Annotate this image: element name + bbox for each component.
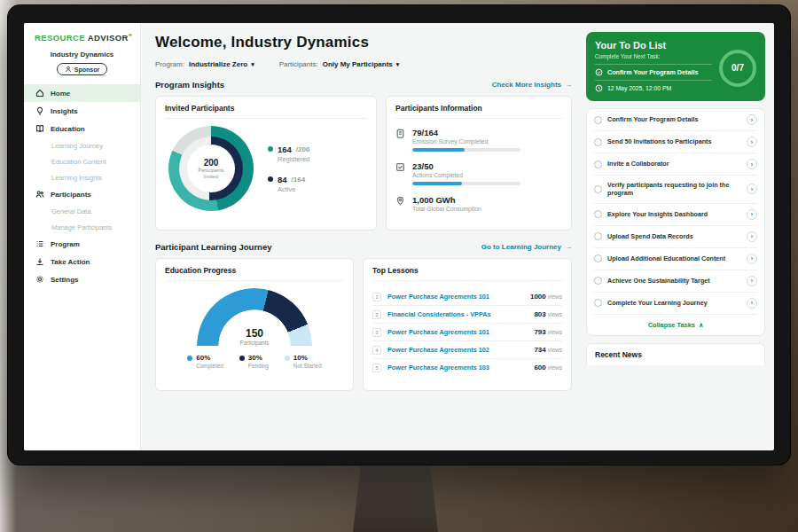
sidebar-item-education[interactable]: Education	[24, 120, 140, 137]
invited-participants-card: Invited Participants 200 Participants In…	[155, 96, 377, 231]
task-row[interactable]: Upload Spend Data Records ›	[594, 226, 757, 248]
arrow-right-icon: →	[565, 81, 572, 89]
task-checkbox[interactable]	[594, 254, 602, 262]
chevron-right-icon[interactable]: ›	[747, 254, 757, 264]
task-checkbox[interactable]	[594, 185, 602, 193]
sidebar-item-take-action[interactable]: Take Action	[24, 253, 140, 270]
learning-cards-row: Education Progress 150 Participants 60% …	[155, 258, 572, 391]
lesson-title-link[interactable]: Power Purchase Agreements 101	[387, 293, 524, 301]
chevron-right-icon[interactable]: ›	[747, 298, 757, 309]
task-row[interactable]: Explore Your Insights Dashboard ›	[594, 204, 757, 226]
sidebar-item-learning-insights[interactable]: Learning Insights	[24, 169, 140, 185]
sidebar-item-participants[interactable]: Participants	[24, 185, 140, 203]
legend-label: Not Started	[293, 363, 322, 369]
nav-label: Education	[51, 125, 85, 133]
task-row[interactable]: Invite a Collaborator ›	[594, 153, 757, 176]
card-title: Education Progress	[165, 266, 344, 281]
participants-filter[interactable]: Only My Participants ▾	[323, 60, 400, 68]
arrow-right-icon: →	[565, 243, 572, 251]
legend-item-registered: 164/200 Registered	[268, 145, 309, 163]
task-row[interactable]: Send 50 Invitations to Participants ›	[594, 131, 757, 153]
sidebar-item-manage-participants[interactable]: Manage Participants	[24, 219, 140, 235]
stat-value: 1,000 GWh	[412, 195, 481, 205]
todo-progress-ring: 0/7	[719, 50, 756, 87]
sponsor-badge[interactable]: Sponsor	[57, 63, 107, 75]
sidebar-item-education-content[interactable]: Education Content	[24, 153, 140, 169]
lesson-views: 734views	[534, 346, 562, 354]
sidebar-item-home[interactable]: Home	[24, 84, 140, 102]
task-label: Confirm Your Program Details	[607, 115, 741, 123]
lesson-row: 3 Power Purchase Agreements 101 793views	[372, 324, 562, 341]
lesson-title-link[interactable]: Financial Considerations - VPPAs	[387, 310, 528, 318]
task-row[interactable]: Complete Your Learning Journey ›	[594, 293, 757, 315]
todo-due: 12 May 2025, 12:00 PM	[607, 85, 671, 91]
legend-pct: 30%	[248, 354, 262, 362]
lesson-rank: 4	[372, 346, 381, 355]
legend-total: /164	[292, 176, 306, 184]
task-checkbox[interactable]	[594, 299, 602, 307]
task-row[interactable]: Verify participants requesting to join t…	[594, 176, 757, 204]
page-title: Welcome, Industry Dynamics	[155, 34, 572, 51]
task-row[interactable]: Upload Additional Educational Content ›	[594, 248, 757, 270]
collapse-label: Collapse Tasks	[648, 321, 695, 329]
sidebar-item-general-data[interactable]: General Data	[24, 203, 140, 219]
task-label: Invite a Collaborator	[607, 160, 741, 168]
stat-label: Total Global Consumption	[412, 206, 481, 212]
lesson-rank: 2	[372, 310, 381, 319]
next-task-row[interactable]: Confirm Your Program Details	[595, 64, 712, 80]
nav-label: Home	[51, 90, 70, 98]
chevron-right-icon[interactable]: ›	[747, 137, 757, 147]
task-checkbox[interactable]	[594, 116, 602, 124]
participants-information-card: Participants Information 79/164 Emission…	[386, 96, 572, 231]
sponsor-label: Sponsor	[74, 66, 99, 73]
sidebar-item-settings[interactable]: Settings	[24, 270, 140, 288]
chevron-right-icon[interactable]: ›	[747, 159, 757, 169]
task-checkbox[interactable]	[594, 210, 602, 218]
lesson-title-link[interactable]: Power Purchase Agreements 102	[387, 346, 528, 354]
legend-label: Registered	[278, 155, 309, 163]
task-checkbox[interactable]	[594, 277, 602, 285]
chevron-right-icon[interactable]: ›	[747, 209, 757, 220]
task-row[interactable]: Achieve One Sustainability Target ›	[594, 270, 757, 293]
task-checkbox[interactable]	[594, 160, 602, 168]
task-checkbox[interactable]	[594, 138, 602, 146]
brand-secondary: ADVISOR	[88, 33, 129, 43]
chevron-right-icon[interactable]: ›	[747, 231, 757, 242]
check-more-insights-link[interactable]: Check More Insights →	[492, 81, 572, 89]
legend-dot	[239, 356, 245, 361]
education-progress-card: Education Progress 150 Participants 60% …	[155, 258, 354, 391]
sidebar-item-learning-journey[interactable]: Learning Journey	[24, 137, 140, 153]
chevron-right-icon[interactable]: ›	[747, 276, 757, 286]
gauge-legend: 60% Completed 30% Pending 10% Not Starte…	[165, 354, 344, 369]
chevron-down-icon: ▾	[251, 61, 254, 67]
go-to-learning-journey-link[interactable]: Go to Learning Journey →	[481, 243, 572, 251]
legend-label: Completed	[196, 363, 223, 369]
insights-cards-row: Invited Participants 200 Participants In…	[155, 96, 572, 231]
task-checkbox[interactable]	[594, 232, 602, 240]
nav-label: Participants	[51, 191, 91, 199]
lesson-title-link[interactable]: Power Purchase Agreements 103	[387, 364, 528, 372]
program-filter-value: Industrialize Zero	[189, 60, 247, 68]
sidebar-item-insights[interactable]: Insights	[24, 102, 140, 120]
sidebar-item-program[interactable]: Program	[24, 235, 140, 253]
progress-bar	[412, 148, 520, 152]
legend-dot	[285, 356, 290, 361]
legend-dot	[268, 146, 273, 152]
task-row[interactable]: Confirm Your Program Details ›	[594, 109, 757, 131]
program-filter-label: Program:	[155, 60, 184, 68]
card-title: Top Lessons	[372, 266, 562, 281]
chevron-right-icon[interactable]: ›	[747, 184, 757, 194]
chevron-right-icon[interactable]: ›	[747, 114, 757, 125]
program-filter[interactable]: Industrialize Zero ▾	[189, 60, 254, 68]
nav-label: Learning Journey	[51, 142, 103, 150]
lesson-title-link[interactable]: Power Purchase Agreements 101	[387, 328, 528, 336]
sidebar-nav: Home Insights Education Learning Journey…	[24, 84, 140, 288]
progress-fill	[412, 182, 462, 185]
checklist-icon	[395, 162, 405, 172]
nav-label: Education Content	[51, 158, 106, 166]
task-label: Send 50 Invitations to Participants	[607, 137, 741, 145]
card-title: Invited Participants	[165, 104, 367, 119]
lesson-row: 1 Power Purchase Agreements 101 1000view…	[372, 288, 562, 306]
collapse-tasks-button[interactable]: Collapse Tasks ∧	[594, 315, 757, 335]
legend-item-completed: 60% Completed	[187, 354, 223, 369]
